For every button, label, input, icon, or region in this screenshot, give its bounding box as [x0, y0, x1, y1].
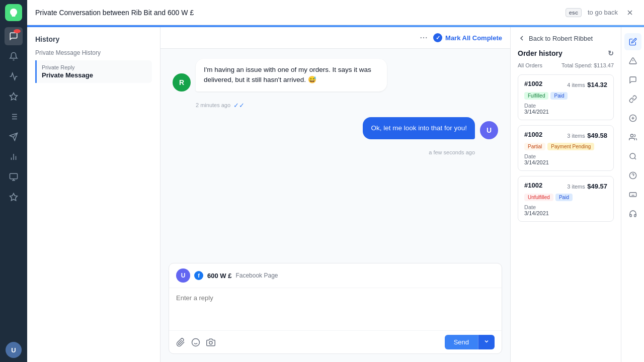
svg-point-30 [630, 134, 633, 137]
sidebar-item-lists[interactable] [5, 108, 23, 126]
messages-container: R I'm having an issue with one of my ord… [160, 49, 510, 259]
esc-badge: esc [566, 8, 582, 17]
facebook-icon: f [194, 271, 203, 280]
send-button[interactable]: Send [445, 335, 478, 349]
sidebar-item-tasks[interactable] [5, 168, 23, 186]
main-container: Private Conversation between Rib Bit and… [27, 0, 644, 362]
outgoing-timestamp: a few seconds ago [429, 149, 475, 155]
svg-rect-12 [10, 173, 18, 179]
all-orders-label: All Orders [518, 62, 542, 68]
reply-sender-name: 600 W £ [207, 272, 231, 280]
order-amount: $14.32 [587, 81, 607, 88]
svg-point-18 [421, 37, 422, 38]
mark-all-complete-button[interactable]: ✓ Mark All Complete [433, 33, 502, 42]
svg-marker-15 [10, 194, 18, 201]
chat-area: ✓ Mark All Complete R I'm having an issu… [160, 27, 510, 362]
app-logo[interactable] [5, 4, 22, 21]
message-row: R I'm having an issue with one of my ord… [173, 59, 498, 92]
order-date-label: Date [524, 204, 607, 210]
sidebar-item-publishing[interactable] [5, 128, 23, 146]
svg-marker-0 [10, 93, 18, 100]
unfulfilled-badge: Unfulfilled [524, 194, 553, 201]
order-badges: Unfulfilled Paid [524, 194, 607, 201]
attach-file-icon[interactable] [176, 338, 185, 347]
history-subtitle: Private Message History [35, 49, 152, 56]
camera-icon[interactable] [206, 338, 215, 347]
content-area: History Private Message History Private … [27, 27, 644, 362]
read-checkmark-icon: ✓✓ [233, 102, 245, 109]
outgoing-bubble: Ok, let me look into that for you! [363, 117, 475, 139]
sidebar-item-favorites[interactable] [5, 188, 23, 206]
order-history-panel: Back to Robert Ribbet Order history ↻ Al… [510, 27, 621, 362]
sidebar-item-analytics[interactable] [5, 148, 23, 166]
reply-header: U f 600 W £ Facebook Page [169, 263, 502, 288]
warning-icon[interactable] [624, 52, 641, 69]
history-title: History [35, 35, 152, 43]
order-badges: Fulfilled Paid [524, 92, 607, 100]
history-panel: History Private Message History Private … [27, 27, 160, 362]
add-icon[interactable] [624, 110, 641, 127]
total-spend: Total Spend: $113.47 [561, 62, 614, 68]
order-amount: $49.57 [587, 183, 607, 190]
left-sidebar: U [0, 0, 27, 362]
user-avatar[interactable]: U [6, 342, 22, 358]
help-icon[interactable] [624, 167, 641, 184]
link-icon[interactable] [624, 90, 641, 108]
sidebar-item-tags[interactable] [5, 87, 23, 106]
order-date: 3/14/2021 [524, 109, 607, 115]
refresh-icon[interactable]: ↻ [608, 49, 614, 57]
keyboard-icon[interactable] [624, 186, 641, 203]
reply-toolbar: Send [169, 330, 502, 353]
send-dropdown-button[interactable] [478, 335, 495, 349]
team-icon[interactable] [624, 129, 641, 146]
close-button[interactable] [624, 7, 636, 19]
partial-badge: Partial [524, 143, 545, 150]
order-date-label: Date [524, 153, 607, 159]
history-item[interactable]: Private Reply Private Message [35, 60, 152, 83]
outgoing-avatar: U [480, 121, 498, 139]
message-row: Ok, let me look into that for you! U [173, 117, 498, 139]
history-item-type: Private Reply [42, 64, 147, 70]
send-button-group: Send [445, 335, 495, 349]
order-items: 3 items [567, 184, 585, 190]
outgoing-message-meta: a few seconds ago [173, 149, 498, 155]
conversation-title: Private Conversation between Rib Bit and… [35, 9, 559, 17]
sidebar-item-activity[interactable] [5, 67, 23, 85]
paid-badge: Paid [555, 194, 573, 201]
order-history-title: Order history ↻ [518, 49, 614, 57]
compose-icon[interactable] [624, 33, 641, 50]
order-items: 4 items [567, 82, 585, 88]
chat-header-actions: ✓ Mark All Complete [419, 33, 502, 42]
paid-badge: Paid [550, 92, 568, 100]
headset-icon[interactable] [624, 205, 641, 222]
order-items: 3 items [567, 133, 585, 139]
incoming-timestamp: 2 minutes ago [196, 102, 230, 108]
payment-pending-badge: Payment Pending [547, 143, 594, 150]
more-options-button[interactable] [419, 33, 428, 42]
order-card[interactable]: #1002 3 items $49.58 Partial Payment Pen… [518, 125, 614, 171]
order-card[interactable]: #1002 3 items $49.57 Unfulfilled Paid Da… [518, 176, 614, 222]
sidebar-item-conversations[interactable] [5, 27, 23, 45]
back-to-contact-button[interactable]: Back to Robert Ribbet [518, 34, 614, 42]
history-item-name: Private Message [42, 71, 147, 79]
incoming-bubble: I'm having an issue with one of my order… [196, 59, 387, 92]
svg-point-19 [423, 37, 424, 38]
search-icon[interactable] [624, 148, 641, 165]
order-card[interactable]: #1002 4 items $14.32 Fulfilled Paid Date… [518, 74, 614, 120]
emoji-icon[interactable] [191, 338, 200, 347]
top-bar: Private Conversation between Rib Bit and… [27, 0, 644, 25]
svg-point-24 [209, 341, 212, 344]
reply-avatar: U [176, 268, 190, 283]
speech-bubble-icon[interactable] [624, 71, 641, 88]
svg-point-20 [426, 37, 427, 38]
order-id: #1002 [524, 80, 542, 87]
reply-box: U f 600 W £ Facebook Page [169, 263, 502, 354]
svg-line-32 [634, 158, 636, 159]
order-badges: Partial Payment Pending [524, 143, 607, 150]
chat-header: ✓ Mark All Complete [160, 27, 510, 49]
sidebar-item-alerts[interactable] [5, 47, 23, 65]
reply-input[interactable] [169, 288, 502, 328]
sidebar-bottom: U [6, 342, 22, 358]
order-card-top: #1002 3 items $49.58 [524, 131, 607, 140]
incoming-message-meta: 2 minutes ago ✓✓ [173, 102, 498, 109]
